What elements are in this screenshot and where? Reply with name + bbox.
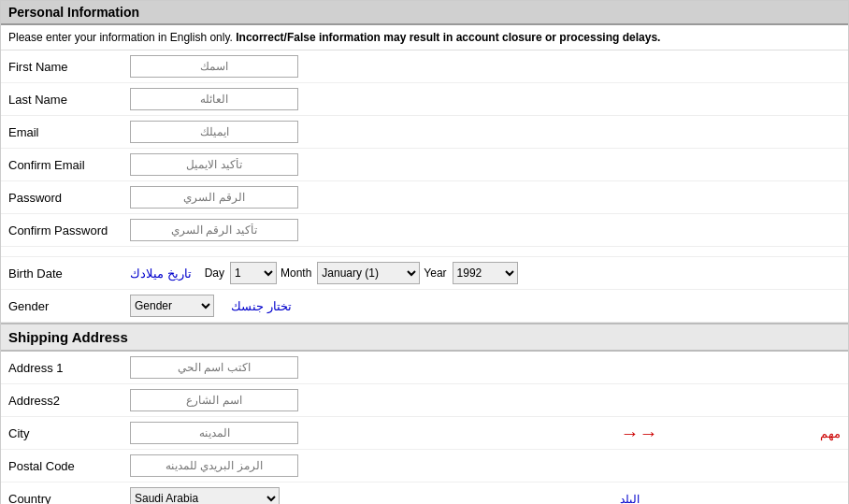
confirm-password-cell xyxy=(122,214,848,247)
birth-date-cell: تاريخ ميلادك Day 12345 678910 1112131415… xyxy=(122,257,848,290)
address2-input[interactable] xyxy=(130,389,298,411)
gender-select[interactable]: Gender Male Female xyxy=(130,295,214,317)
day-label: Day xyxy=(205,266,224,280)
country-ar-label: البلد xyxy=(620,493,640,505)
address2-cell xyxy=(122,384,612,417)
notice-text: Please enter your information in English… xyxy=(8,31,233,44)
postal-code-input[interactable] xyxy=(130,454,298,477)
address1-label: Address 1 xyxy=(1,352,122,384)
country-label: Country xyxy=(1,482,122,505)
confirm-email-row: Confirm Email xyxy=(1,149,848,181)
postal-code-row: Postal Code xyxy=(1,450,848,482)
birth-date-ar-label: تاريخ ميلادك xyxy=(130,266,192,281)
birth-date-row: Birth Date تاريخ ميلادك Day 12345 678910… xyxy=(1,257,848,290)
address1-row: Address 1 xyxy=(1,352,848,384)
confirm-password-row: Confirm Password xyxy=(1,214,848,247)
confirm-password-label: Confirm Password xyxy=(1,214,122,247)
email-label: Email xyxy=(1,116,122,149)
email-row: Email xyxy=(1,116,848,149)
confirm-email-label: Confirm Email xyxy=(1,149,122,181)
first-name-label: First Name xyxy=(1,50,122,83)
confirm-email-cell xyxy=(122,149,848,181)
year-select[interactable]: 19921991199019851980 xyxy=(453,262,518,284)
first-name-row: First Name xyxy=(1,50,848,83)
shipping-title: Shipping Address xyxy=(8,329,128,345)
postal-code-label: Postal Code xyxy=(1,450,122,482)
gender-row: Gender Gender Male Female تختار جنسك xyxy=(1,290,848,323)
city-row: City →→ مهم xyxy=(1,417,848,450)
gender-cell: Gender Male Female تختار جنسك xyxy=(122,290,848,323)
last-name-input[interactable] xyxy=(130,88,298,110)
year-label: Year xyxy=(424,266,446,280)
country-cell: Saudi Arabia United Arab Emirates Kuwait… xyxy=(122,482,612,505)
notice-bold: Incorrect/False information may result i… xyxy=(236,31,660,44)
email-cell xyxy=(122,116,848,149)
city-input[interactable] xyxy=(130,422,298,444)
first-name-input[interactable] xyxy=(130,55,298,78)
password-cell xyxy=(122,181,848,214)
city-cell xyxy=(122,417,612,450)
page-wrapper: Personal Information Please enter your i… xyxy=(0,0,849,504)
gender-label: Gender xyxy=(1,290,122,323)
password-input[interactable] xyxy=(130,186,298,209)
city-arrow: →→ xyxy=(612,417,753,450)
shipping-header: Shipping Address xyxy=(1,323,848,352)
month-select[interactable]: January (1)February (2)March (3) April (… xyxy=(317,262,420,284)
personal-info-form: First Name Last Name Email Confirm Email… xyxy=(1,50,848,323)
address1-input[interactable] xyxy=(130,356,298,379)
country-row: Country Saudi Arabia United Arab Emirate… xyxy=(1,482,848,505)
password-row: Password xyxy=(1,181,848,214)
address1-cell xyxy=(122,352,612,384)
confirm-password-input[interactable] xyxy=(130,219,298,241)
section-title: Personal Information xyxy=(8,5,139,20)
last-name-label: Last Name xyxy=(1,83,122,116)
last-name-row: Last Name xyxy=(1,83,848,116)
section-header: Personal Information xyxy=(1,1,848,25)
birth-date-label: Birth Date xyxy=(1,257,122,290)
address2-row: Address2 xyxy=(1,384,848,417)
city-important: مهم xyxy=(753,417,848,450)
confirm-email-input[interactable] xyxy=(130,153,298,176)
notice-bar: Please enter your information in English… xyxy=(1,25,848,50)
country-select[interactable]: Saudi Arabia United Arab Emirates Kuwait… xyxy=(130,487,280,504)
month-label: Month xyxy=(281,266,311,280)
gender-ar-hint: تختار جنسك xyxy=(231,299,292,313)
city-label: City xyxy=(1,417,122,450)
last-name-cell xyxy=(122,83,848,116)
shipping-form: Address 1 Address2 City →→ مهم Postal Co… xyxy=(1,352,848,504)
day-select[interactable]: 12345 678910 1112131415 1617181920 21222… xyxy=(230,262,277,284)
first-name-cell xyxy=(122,50,848,83)
address2-label: Address2 xyxy=(1,384,122,417)
password-label: Password xyxy=(1,181,122,214)
email-input[interactable] xyxy=(130,121,298,143)
postal-code-cell xyxy=(122,450,612,482)
